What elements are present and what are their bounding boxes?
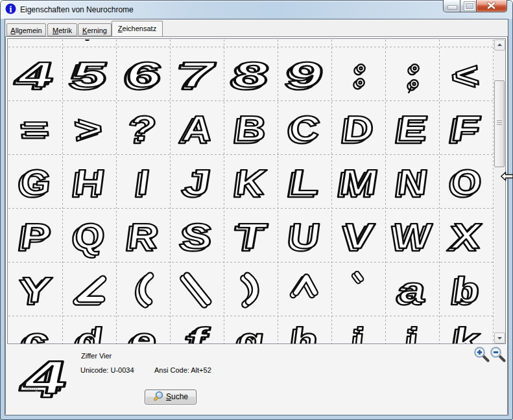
svg-text:P: P — [19, 216, 53, 256]
svg-text:F: F — [449, 108, 484, 148]
svg-text:b: b — [451, 270, 481, 310]
svg-text:4: 4 — [20, 351, 69, 400]
svg-text:=: = — [21, 108, 51, 148]
svg-text:i: i — [10, 5, 12, 14]
svg-text:H: H — [73, 162, 107, 202]
svg-text:<: < — [452, 54, 481, 95]
svg-text:>: > — [75, 108, 104, 148]
svg-text:5: 5 — [70, 54, 110, 95]
svg-text:E: E — [396, 108, 431, 148]
svg-text:c: c — [21, 320, 51, 344]
svg-text:8: 8 — [232, 54, 271, 95]
svg-text:J: J — [182, 162, 213, 202]
svg-text:W: W — [392, 216, 436, 256]
svg-text:C: C — [288, 108, 322, 148]
svg-text:M: M — [338, 162, 380, 202]
svg-text:d: d — [75, 320, 106, 344]
svg-text:L: L — [288, 162, 322, 202]
svg-text:?: ? — [128, 108, 158, 148]
svg-text:N: N — [396, 162, 430, 202]
svg-text:V: V — [342, 216, 379, 256]
svg-text:a: a — [398, 270, 427, 310]
svg-text:g: g — [235, 320, 266, 344]
svg-text:D: D — [342, 108, 376, 148]
svg-text:4: 4 — [15, 54, 55, 95]
svg-text:7: 7 — [178, 54, 219, 95]
svg-text:k: k — [451, 320, 483, 344]
svg-text:Q: Q — [73, 216, 106, 256]
svg-text:i: i — [352, 320, 367, 344]
svg-text:e: e — [128, 320, 158, 344]
svg-text:O: O — [449, 162, 483, 202]
svg-text:S: S — [180, 216, 214, 256]
svg-text:G: G — [19, 162, 53, 202]
svg-text:f: f — [185, 320, 214, 344]
svg-text:9: 9 — [285, 54, 325, 95]
svg-text:K: K — [234, 162, 271, 202]
svg-text:6: 6 — [124, 54, 163, 95]
svg-text:R: R — [126, 216, 160, 256]
svg-text:X: X — [447, 216, 486, 256]
svg-text:A: A — [178, 108, 213, 148]
svg-text:B: B — [234, 108, 268, 148]
svg-text:Y: Y — [19, 270, 56, 310]
svg-text:h: h — [290, 320, 320, 344]
svg-text:T: T — [234, 216, 272, 256]
svg-text:U: U — [288, 216, 322, 256]
